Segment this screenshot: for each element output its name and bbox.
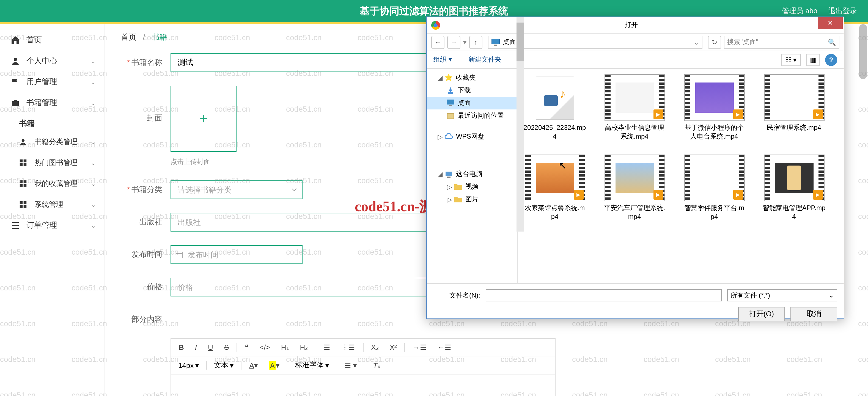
sub-button[interactable]: X₂ bbox=[368, 341, 382, 353]
user-icon bbox=[19, 138, 29, 146]
tree-scrollbar[interactable] bbox=[517, 17, 524, 232]
chevron-down-icon: ⌄ bbox=[91, 201, 96, 208]
forward-button[interactable]: → bbox=[447, 35, 460, 49]
organize-menu[interactable]: 组织 ▾ bbox=[433, 55, 452, 64]
svg-rect-19 bbox=[449, 105, 452, 106]
cancel-button[interactable]: 取消 bbox=[790, 307, 837, 321]
select-category[interactable] bbox=[170, 180, 303, 199]
folder-icon bbox=[454, 195, 463, 204]
file-item[interactable]: 20220425_22324.mp4 bbox=[523, 74, 586, 141]
bgcolor-button[interactable]: A ▾ bbox=[266, 359, 283, 371]
nav-book-cat[interactable]: 书籍分类管理 ⌄ bbox=[0, 131, 104, 152]
sup-button[interactable]: X² bbox=[386, 341, 400, 353]
svg-rect-14 bbox=[24, 205, 27, 208]
search-input[interactable]: 搜索"桌面" 🔍 bbox=[724, 35, 839, 49]
file-item[interactable]: ▶ 基于微信小程序的个人电台系统.mp4 bbox=[683, 74, 746, 141]
outdent-button[interactable]: ←☰ bbox=[434, 341, 455, 353]
texttype-select[interactable]: 文本 ▾ bbox=[211, 359, 237, 371]
file-item[interactable]: ▶ 高校毕业生信息管理系统.mp4 bbox=[603, 74, 666, 141]
align-button[interactable]: ☰ ▾ bbox=[341, 359, 360, 371]
indent-button[interactable]: →☰ bbox=[409, 341, 430, 353]
breadcrumb-home[interactable]: 首页 bbox=[121, 32, 136, 41]
recent-dropdown[interactable]: ▾ bbox=[463, 38, 466, 46]
nav-book-mgmt[interactable]: 书籍管理 ⌄ bbox=[0, 92, 104, 113]
nav-sys[interactable]: 系统管理 ⌄ bbox=[0, 194, 104, 215]
file-item[interactable]: ▶ 农家菜馆点餐系统.mp4 bbox=[523, 155, 586, 221]
fontsize-select[interactable]: 14px ▾ bbox=[176, 360, 202, 370]
underline-button[interactable]: U bbox=[205, 341, 216, 353]
sidebar: 首页 个人中心 ⌄ 用户管理 ⌄ 书籍管理 ⌄ 书籍 书籍分类管理 ⌄ 热门图书… bbox=[0, 24, 104, 396]
preview-button[interactable]: ▥ bbox=[806, 54, 819, 66]
input-pubtime[interactable] bbox=[170, 245, 303, 264]
label-content: 部分内容 bbox=[131, 314, 162, 324]
ul-button[interactable]: ⋮☰ bbox=[338, 341, 359, 353]
editor-body[interactable] bbox=[171, 374, 555, 396]
nav-personal[interactable]: 个人中心 ⌄ bbox=[0, 51, 104, 71]
chrome-icon bbox=[431, 21, 440, 29]
svg-rect-9 bbox=[20, 184, 23, 187]
logout-link[interactable]: 退出登录 bbox=[828, 6, 857, 16]
help-button[interactable]: ? bbox=[825, 54, 837, 66]
tree-videos[interactable]: ▷视频 bbox=[427, 180, 517, 193]
fontcolor-button[interactable]: A ▾ bbox=[246, 359, 261, 371]
tree-desktop[interactable]: 桌面 bbox=[427, 97, 517, 110]
svg-rect-5 bbox=[20, 163, 23, 166]
view-mode-button[interactable]: ☷ ▾ bbox=[781, 54, 801, 66]
h1-button[interactable]: H₁ bbox=[278, 341, 292, 353]
open-button[interactable]: 打开(O) bbox=[738, 307, 785, 321]
refresh-button[interactable]: ↻ bbox=[708, 35, 721, 49]
pc-icon bbox=[444, 170, 453, 179]
nav-home[interactable]: 首页 bbox=[0, 30, 104, 51]
nav-hot-book[interactable]: 热门图书管理 ⌄ bbox=[0, 152, 104, 173]
file-item[interactable]: ▶ 智能家电管理APP.mp4 bbox=[763, 155, 826, 221]
svg-rect-18 bbox=[447, 99, 454, 104]
dialog-titlebar[interactable]: 打开 ✕ bbox=[427, 17, 844, 34]
editor-toolbar: B I U S ❝ </> H₁ H₂ ☰ ⋮☰ X₂ X² →☰ bbox=[171, 339, 555, 357]
back-button[interactable]: ← bbox=[431, 35, 444, 49]
tree-thispc[interactable]: ◢这台电脑 bbox=[427, 168, 517, 180]
folder-tree: ◢⭐收藏夹 下载 桌面 最近访问的位置 ▷WPS网盘 ◢这台电脑 ▷视频 ▷图片 bbox=[427, 69, 518, 283]
clear-button[interactable]: Tₓ bbox=[370, 359, 384, 371]
page-scrollbar[interactable] bbox=[859, 24, 867, 79]
home-icon bbox=[11, 36, 21, 44]
svg-rect-10 bbox=[24, 184, 27, 187]
tree-downloads[interactable]: 下载 bbox=[427, 84, 517, 97]
close-button[interactable]: ✕ bbox=[818, 17, 843, 29]
svg-rect-20 bbox=[447, 113, 454, 119]
ol-button[interactable]: ☰ bbox=[320, 341, 334, 353]
svg-point-2 bbox=[22, 139, 25, 142]
tree-pictures[interactable]: ▷图片 bbox=[427, 193, 517, 206]
rich-editor: B I U S ❝ </> H₁ H₂ ☰ ⋮☰ X₂ X² →☰ bbox=[170, 338, 556, 396]
quote-button[interactable]: ❝ bbox=[242, 341, 252, 353]
desktop-icon bbox=[491, 38, 500, 46]
nav-order[interactable]: 订单管理 ⌄ bbox=[0, 215, 104, 236]
nav-user-mgmt[interactable]: 用户管理 ⌄ bbox=[0, 71, 104, 92]
up-button[interactable]: ↑ bbox=[469, 35, 483, 49]
italic-button[interactable]: I bbox=[192, 341, 200, 353]
file-open-dialog: 打开 ✕ ← → ▾ ↑ 桌面 ⌄ ↻ 搜索"桌面" 🔍 组织 ▾ 新建文件夹 … bbox=[426, 17, 844, 319]
code-button[interactable]: </> bbox=[256, 341, 273, 353]
admin-info[interactable]: 管理员 abo bbox=[782, 6, 817, 16]
tree-favorites[interactable]: ◢⭐收藏夹 bbox=[427, 71, 517, 84]
nav-fav[interactable]: 我的收藏管理 ⌄ bbox=[0, 173, 104, 194]
filename-input[interactable] bbox=[486, 289, 722, 301]
svg-rect-7 bbox=[20, 180, 23, 183]
file-item[interactable]: ▶ 民宿管理系统.mp4 bbox=[763, 74, 826, 141]
new-folder-button[interactable]: 新建文件夹 bbox=[468, 55, 501, 64]
file-item[interactable]: ▶ 平安汽车厂管理系统.mp4 bbox=[603, 155, 666, 221]
dialog-toolbar: 组织 ▾ 新建文件夹 ☷ ▾ ▥ ? bbox=[427, 51, 844, 69]
tree-recent[interactable]: 最近访问的位置 bbox=[427, 110, 517, 122]
desktop-icon bbox=[446, 99, 455, 108]
fontfamily-select[interactable]: 标准字体 ▾ bbox=[292, 359, 332, 371]
file-filter-select[interactable]: 所有文件 (*.*)⌄ bbox=[727, 289, 837, 301]
upload-cover-box[interactable]: + bbox=[170, 86, 237, 152]
tree-wps[interactable]: ▷WPS网盘 bbox=[427, 130, 517, 143]
svg-rect-13 bbox=[20, 205, 23, 208]
grid-icon bbox=[19, 201, 29, 209]
strike-button[interactable]: S bbox=[221, 341, 232, 353]
file-item[interactable]: ▶ 智慧学伴服务平台.mp4 bbox=[683, 155, 746, 221]
svg-rect-15 bbox=[492, 39, 499, 44]
svg-rect-3 bbox=[20, 159, 23, 162]
bold-button[interactable]: B bbox=[176, 341, 187, 353]
h2-button[interactable]: H₂ bbox=[297, 341, 311, 353]
